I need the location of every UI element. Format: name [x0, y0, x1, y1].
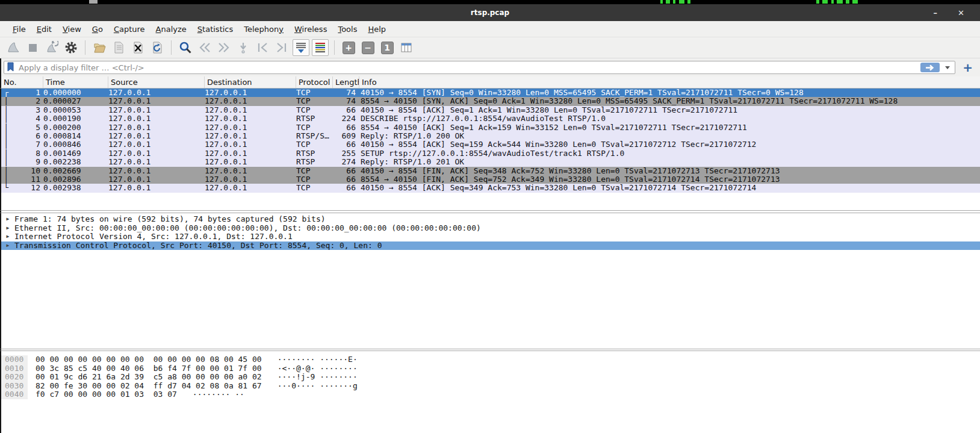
menu-item[interactable]: Go [87, 22, 108, 36]
go-first-icon[interactable] [254, 39, 271, 56]
menu-item[interactable]: Tools [332, 22, 362, 36]
cell-length: 66 [333, 123, 359, 132]
close-button[interactable]: ✕ [958, 8, 964, 17]
hex-row[interactable]: 0000 00 00 00 00 00 00 00 00 00 00 00 00… [1, 355, 980, 364]
start-capture-icon[interactable] [5, 39, 22, 56]
expander-icon[interactable]: ▶ [1, 241, 14, 251]
cell-destination: 127.0.0.1 [205, 184, 296, 192]
packet-row[interactable]: │ 2 0.000027 127.0.0.1 127.0.0.1 TCP 74 … [1, 97, 980, 105]
hex-row[interactable]: 0030 82 00 fe 30 00 00 02 04 ff d7 04 02… [1, 382, 980, 391]
detail-line[interactable]: ▶ Internet Protocol Version 4, Src: 127.… [1, 232, 980, 241]
cell-source: 127.0.0.1 [108, 89, 205, 97]
packet-row[interactable]: │ 8 0.001469 127.0.0.1 127.0.0.1 RTSP 25… [1, 149, 980, 158]
cell-no: │ 4 [1, 114, 43, 123]
packet-row[interactable]: │ 5 0.000200 127.0.0.1 127.0.0.1 TCP 66 … [1, 123, 980, 132]
packet-row[interactable]: │ 3 0.000053 127.0.0.1 127.0.0.1 TCP 66 … [1, 106, 980, 114]
close-file-icon[interactable] [129, 39, 146, 56]
auto-scroll-icon[interactable] [293, 39, 309, 56]
hex-offset: 0030 [1, 382, 28, 391]
menu-item[interactable]: Analyze [150, 22, 192, 36]
menu-item[interactable]: View [57, 22, 87, 36]
add-filter-button[interactable]: + [960, 61, 975, 73]
column-header-time[interactable]: Time [43, 76, 108, 88]
cell-no: │ 6 [1, 132, 43, 140]
menu-item[interactable]: Help [362, 22, 391, 36]
cell-info: 8554 → 40150 [FIN, ACK] Seq=752 Ack=349 … [359, 175, 980, 184]
column-header-source[interactable]: Source [108, 76, 205, 88]
cell-destination: 127.0.0.1 [205, 132, 296, 140]
cell-time: 0.000027 [43, 97, 108, 105]
stop-capture-icon[interactable] [24, 39, 41, 56]
packet-row[interactable]: │ 6 0.000814 127.0.0.1 127.0.0.1 RTSP/S…… [1, 132, 980, 140]
packet-row[interactable]: │ 9 0.002238 127.0.0.1 127.0.0.1 RTSP 27… [1, 158, 980, 166]
zoom-out-icon[interactable]: − [359, 39, 376, 56]
apply-filter-icon[interactable] [920, 63, 940, 72]
column-header-destination[interactable]: Destination [205, 76, 296, 88]
hex-row[interactable]: 0010 00 3c 85 c5 40 00 40 06 b6 f4 7f 00… [1, 364, 980, 373]
cell-info: 8554 → 40150 [ACK] Seq=1 Ack=159 Win=331… [359, 123, 980, 132]
detail-line[interactable]: ▶ Frame 1: 74 bytes on wire (592 bits), … [1, 215, 980, 224]
cell-source: 127.0.0.1 [108, 175, 205, 184]
stream-mark: │ [1, 140, 11, 149]
colorize-packets-icon[interactable] [312, 39, 329, 56]
detail-line[interactable]: ▶ Ethernet II, Src: 00:00:00_00:00:00 (0… [1, 224, 980, 233]
packet-row[interactable]: │ 4 0.000190 127.0.0.1 127.0.0.1 RTSP 22… [1, 114, 980, 123]
save-file-icon[interactable] [110, 39, 127, 56]
stream-mark: │ [1, 158, 11, 166]
stream-mark: │ [1, 97, 11, 105]
minimize-button[interactable]: – [934, 8, 938, 17]
hex-row[interactable]: 0040 f0 c7 00 00 00 00 01 03 03 07 ·····… [1, 390, 980, 399]
menu-item[interactable]: File [7, 22, 31, 36]
expander-icon[interactable]: ▶ [1, 224, 14, 233]
column-header-length[interactable]: Length [333, 76, 359, 88]
cell-protocol: TCP [296, 140, 333, 149]
background-terminal-peek [831, 0, 834, 4]
cell-time: 0.000846 [43, 140, 108, 149]
cell-source: 127.0.0.1 [108, 149, 205, 158]
cell-no: ┌ 1 [1, 89, 43, 97]
menu-item[interactable]: Capture [108, 22, 150, 36]
background-terminal-peek [679, 0, 684, 4]
reload-file-icon[interactable] [149, 39, 166, 56]
packet-row[interactable]: │ 10 0.002669 127.0.0.1 127.0.0.1 TCP 66… [1, 167, 980, 175]
packet-row[interactable]: ┌ 1 0.000000 127.0.0.1 127.0.0.1 TCP 74 … [1, 89, 980, 97]
zoom-in-icon[interactable]: + [340, 39, 357, 56]
menu-item[interactable]: Edit [31, 22, 57, 36]
open-file-icon[interactable] [91, 39, 108, 56]
find-packet-icon[interactable] [177, 39, 194, 56]
filter-dropdown-caret[interactable] [945, 66, 950, 69]
restart-capture-icon[interactable] [43, 39, 60, 56]
display-filter-input[interactable] [17, 63, 917, 73]
go-forward-icon[interactable] [216, 39, 232, 56]
detail-line[interactable]: ▶ Transmission Control Protocol, Src Por… [1, 241, 980, 251]
hex-bytes: 00 00 00 00 00 00 00 00 00 00 00 00 08 0… [36, 355, 262, 364]
menu-item[interactable]: Wireless [289, 22, 332, 36]
column-header-protocol[interactable]: Protocol [296, 76, 333, 88]
hex-row[interactable]: 0020 00 01 9c d6 21 6a 2d 39 c5 a8 00 00… [1, 373, 980, 382]
go-back-icon[interactable] [196, 39, 213, 56]
expander-icon[interactable]: ▶ [1, 215, 14, 224]
cell-protocol: RTSP [296, 158, 333, 166]
menu-item[interactable]: Telephony [238, 22, 289, 36]
resize-columns-icon[interactable] [398, 39, 415, 56]
packet-row[interactable]: └ 12 0.002938 127.0.0.1 127.0.0.1 TCP 66… [1, 184, 980, 192]
cell-destination: 127.0.0.1 [205, 158, 296, 166]
expander-icon[interactable]: ▶ [1, 232, 14, 241]
cell-length: 224 [333, 114, 359, 123]
packet-row[interactable]: │ 7 0.000846 127.0.0.1 127.0.0.1 TCP 66 … [1, 140, 980, 149]
capture-options-icon[interactable] [63, 39, 79, 56]
zoom-100-icon[interactable]: 1 [379, 39, 395, 56]
background-terminal-peek [666, 0, 670, 4]
cell-info: 40150 → 8554 [ACK] Seq=349 Ack=753 Win=3… [359, 184, 980, 192]
packet-row[interactable]: │ 11 0.002896 127.0.0.1 127.0.0.1 TCP 66… [1, 175, 980, 184]
column-header-no[interactable]: No. [1, 76, 43, 88]
hex-ascii: ········ ······E· [278, 355, 358, 364]
filter-bookmark-icon[interactable] [7, 61, 14, 74]
cell-protocol: TCP [296, 97, 333, 105]
column-header-info[interactable]: Info [359, 76, 980, 88]
go-last-icon[interactable] [273, 39, 290, 56]
cell-source: 127.0.0.1 [108, 184, 205, 192]
toolbar-separator [334, 40, 335, 55]
go-to-packet-icon[interactable] [235, 39, 252, 56]
menu-item[interactable]: Statistics [192, 22, 238, 36]
